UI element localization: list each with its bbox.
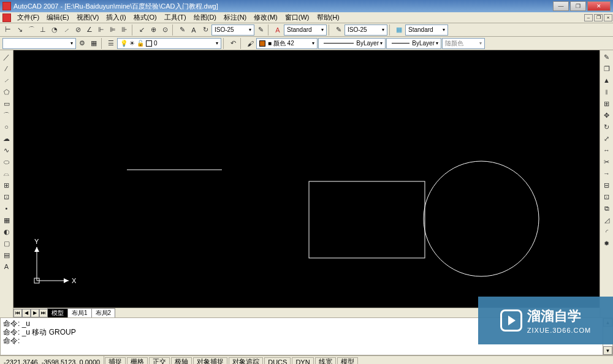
dim-jog-icon[interactable]: ⟋ — [61, 25, 72, 36]
stretch-icon[interactable]: ↔ — [601, 145, 612, 156]
menu-edit[interactable]: 编辑(E) — [43, 13, 73, 22]
color-select[interactable]: ■ 颜色 42 ▾ — [256, 38, 318, 49]
textstyle-icon[interactable]: A — [272, 25, 283, 36]
copy-icon[interactable]: ❐ — [601, 63, 612, 74]
dim-tedit-icon[interactable]: A — [188, 25, 199, 36]
layer-select[interactable]: 💡 ☀ 🔓 0 ▾ — [117, 38, 221, 49]
dim-linear-icon[interactable]: ⊢ — [2, 25, 13, 36]
drawing-canvas[interactable]: X Y — [13, 50, 600, 308]
mtext-icon[interactable]: A — [1, 261, 12, 272]
xline-icon[interactable]: ∕ — [1, 63, 12, 74]
explode-icon[interactable]: ✹ — [601, 238, 612, 249]
minimize-button[interactable]: — — [553, 1, 569, 11]
spline-icon[interactable]: ∿ — [1, 145, 12, 156]
menu-draw[interactable]: 绘图(D) — [190, 13, 220, 22]
region-icon[interactable]: ▢ — [1, 238, 12, 249]
dim-angular-icon[interactable]: ∠ — [84, 25, 95, 36]
plotstyle-select[interactable]: 随颜色▾ — [442, 38, 485, 49]
menu-help[interactable]: 帮助(H) — [313, 13, 343, 22]
dim-quick-icon[interactable]: ⊩ — [96, 25, 107, 36]
tab-last-button[interactable]: ⏭ — [39, 309, 48, 317]
dimstyle2-icon[interactable]: ✎ — [333, 25, 344, 36]
dim-update-icon[interactable]: ↻ — [200, 25, 211, 36]
menu-view[interactable]: 视图(V) — [73, 13, 103, 22]
dim-ordinate-icon[interactable]: ⊥ — [37, 25, 48, 36]
menu-tools[interactable]: 工具(T) — [161, 13, 190, 22]
gradient-icon[interactable]: ◐ — [1, 226, 12, 237]
menu-window[interactable]: 窗口(W) — [281, 13, 313, 22]
grid-toggle[interactable]: 栅格 — [127, 357, 148, 365]
dim-aligned-icon[interactable]: ↘ — [14, 25, 25, 36]
trim-icon[interactable]: ✂ — [601, 156, 612, 167]
join-icon[interactable]: ⧉ — [601, 203, 612, 214]
pline-icon[interactable]: ⟋ — [1, 75, 12, 86]
layer-manager-icon[interactable]: ☰ — [105, 38, 116, 49]
extend-icon[interactable]: → — [601, 168, 612, 179]
offset-icon[interactable]: ⫴ — [601, 86, 612, 97]
tab-model[interactable]: 模型 — [47, 308, 68, 317]
dimstyle-button[interactable]: ✎ — [255, 25, 266, 36]
ducs-toggle[interactable]: DUCS — [264, 357, 291, 365]
dimstyle-select[interactable]: ISO-25▾ — [211, 25, 254, 36]
snap-toggle[interactable]: 捕捉 — [105, 357, 126, 365]
chamfer-icon[interactable]: ◿ — [601, 214, 612, 226]
tab-next-button[interactable]: ▶ — [31, 309, 39, 317]
dim-leader-icon[interactable]: ↙ — [136, 25, 147, 36]
tablestyle-icon[interactable]: ▦ — [394, 25, 405, 36]
maximize-button[interactable]: ❐ — [570, 1, 586, 11]
make-block-icon[interactable]: ⊡ — [1, 191, 12, 202]
fillet-icon[interactable]: ◜ — [601, 226, 612, 237]
doc-restore-button[interactable]: ❐ — [594, 14, 603, 21]
polygon-icon[interactable]: ⬠ — [1, 86, 12, 97]
polar-toggle[interactable]: 极轴 — [171, 357, 192, 365]
dim-diameter-icon[interactable]: ⊘ — [72, 25, 83, 36]
menu-file[interactable]: 文件(F) — [13, 13, 43, 22]
toolpalettes-icon[interactable]: ▦ — [88, 38, 99, 49]
mirror-icon[interactable]: ▲ — [601, 75, 612, 86]
dim-arc-icon[interactable]: ⌒ — [26, 25, 37, 36]
workspace-settings-icon[interactable]: ⚙ — [77, 38, 88, 49]
erase-icon[interactable]: ✎ — [601, 51, 612, 63]
tab-layout2[interactable]: 布局2 — [91, 308, 116, 317]
scale-icon[interactable]: ⤢ — [601, 133, 612, 144]
rotate-icon[interactable]: ↻ — [601, 121, 612, 132]
ellipse-arc-icon[interactable]: ⌓ — [1, 168, 12, 179]
rectangle-icon[interactable]: ▭ — [1, 98, 12, 109]
menu-modify[interactable]: 修改(M) — [250, 13, 281, 22]
move-icon[interactable]: ✥ — [601, 110, 612, 121]
hatch-icon[interactable]: ▦ — [1, 214, 12, 226]
match-prop-icon[interactable]: 🖌 — [245, 38, 256, 49]
textstyle-select[interactable]: Standard▾ — [284, 25, 327, 36]
osnap-toggle[interactable]: 对象捕捉 — [193, 357, 227, 365]
tab-prev-button[interactable]: ◀ — [22, 309, 31, 317]
menu-insert[interactable]: 插入(I) — [102, 13, 129, 22]
lineweight-select[interactable]: ByLayer ▾ — [386, 38, 441, 49]
otrack-toggle[interactable]: 对象追踪 — [229, 357, 263, 365]
model-toggle[interactable]: 模型 — [337, 357, 358, 365]
line-icon[interactable]: ／ — [1, 51, 12, 63]
circle-icon[interactable]: ○ — [1, 121, 12, 132]
dimstyle2-select[interactable]: ISO-25▾ — [345, 25, 387, 36]
coordinates[interactable]: -2321.3746, -3598.5123, 0.0000 — [0, 356, 104, 364]
dim-baseline-icon[interactable]: ⊫ — [107, 25, 118, 36]
table-icon[interactable]: ▤ — [1, 249, 12, 260]
array-icon[interactable]: ⊞ — [601, 98, 612, 109]
doc-minimize-button[interactable]: – — [584, 14, 593, 21]
dyn-toggle[interactable]: DYN — [292, 357, 313, 365]
dim-radius-icon[interactable]: ◔ — [49, 25, 60, 36]
layer-previous-icon[interactable]: ↶ — [227, 38, 238, 49]
menu-format[interactable]: 格式(O) — [130, 13, 161, 22]
lwt-toggle[interactable]: 线宽 — [315, 357, 336, 365]
dim-edit-icon[interactable]: ✎ — [177, 25, 188, 36]
dim-continue-icon[interactable]: ⊪ — [119, 25, 130, 36]
close-button[interactable]: ✕ — [587, 1, 611, 11]
arc-icon[interactable]: ⌒ — [1, 110, 12, 121]
workspace-select[interactable]: ▾ — [2, 38, 76, 49]
linetype-select[interactable]: ByLayer ▾ — [318, 38, 386, 49]
break-icon[interactable]: ⊟ — [601, 180, 612, 191]
dim-tolerance-icon[interactable]: ⊕ — [148, 25, 159, 36]
break2-icon[interactable]: ⊡ — [601, 191, 612, 202]
dim-center-icon[interactable]: ⊙ — [159, 25, 170, 36]
doc-close-button[interactable]: × — [604, 14, 612, 21]
tablestyle-select[interactable]: Standard▾ — [405, 25, 448, 36]
